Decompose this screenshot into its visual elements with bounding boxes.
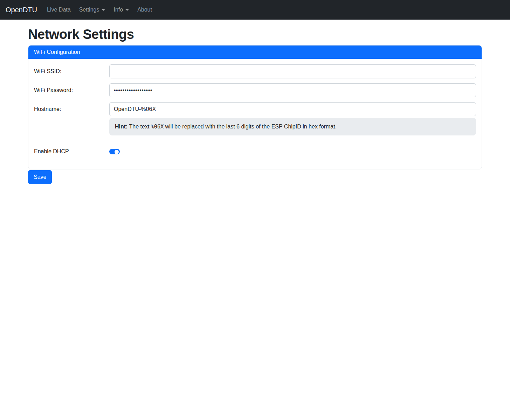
form-row-hostname: Hostname: Hint: The text %06X will be re… [34, 102, 476, 135]
nav-menu: Live Data Settings Info About [43, 7, 156, 13]
card-body: WiFi SSID: WiFi Password: Hostname: Hint… [28, 59, 482, 169]
dhcp-toggle[interactable] [109, 149, 120, 154]
navbar: OpenDTU Live Data Settings Info About [0, 0, 510, 20]
nav-item-settings[interactable]: Settings [76, 4, 108, 15]
wifi-ssid-input[interactable] [109, 64, 476, 78]
nav-item-label: About [137, 7, 152, 13]
hostname-hint: Hint: The text %06X will be replaced wit… [109, 118, 476, 135]
card-header: WiFi Configuration [28, 46, 482, 59]
brand-opendtu[interactable]: OpenDTU [6, 6, 37, 14]
hint-text: The text [127, 124, 151, 130]
nav-item-live-data[interactable]: Live Data [44, 4, 74, 15]
wifi-password-input[interactable] [109, 83, 476, 97]
hint-text: will be replaced with the last 6 digits … [164, 124, 337, 130]
enable-dhcp-label: Enable DHCP [34, 145, 109, 156]
form-row-dhcp: Enable DHCP [34, 145, 476, 156]
hint-code-token: %06X [151, 124, 164, 130]
wifi-configuration-card: WiFi Configuration WiFi SSID: WiFi Passw… [28, 45, 482, 169]
chevron-down-icon [125, 9, 129, 11]
save-button[interactable]: Save [28, 170, 52, 184]
form-row-password: WiFi Password: [34, 83, 476, 97]
wifi-password-label: WiFi Password: [34, 83, 109, 94]
nav-item-label: Settings [79, 7, 99, 13]
form-row-ssid: WiFi SSID: [34, 64, 476, 78]
chevron-down-icon [102, 9, 105, 11]
toggle-knob-icon [115, 150, 119, 154]
nav-item-info[interactable]: Info [111, 4, 132, 15]
hostname-input[interactable] [109, 102, 476, 116]
page-title: Network Settings [28, 27, 482, 42]
main-content: Network Settings WiFi Configuration WiFi… [28, 27, 482, 184]
nav-item-label: Info [113, 7, 123, 13]
hostname-label: Hostname: [34, 102, 109, 113]
nav-item-label: Live Data [47, 7, 71, 13]
nav-item-about[interactable]: About [135, 4, 155, 15]
wifi-ssid-label: WiFi SSID: [34, 64, 109, 76]
hint-prefix: Hint: [115, 124, 127, 130]
